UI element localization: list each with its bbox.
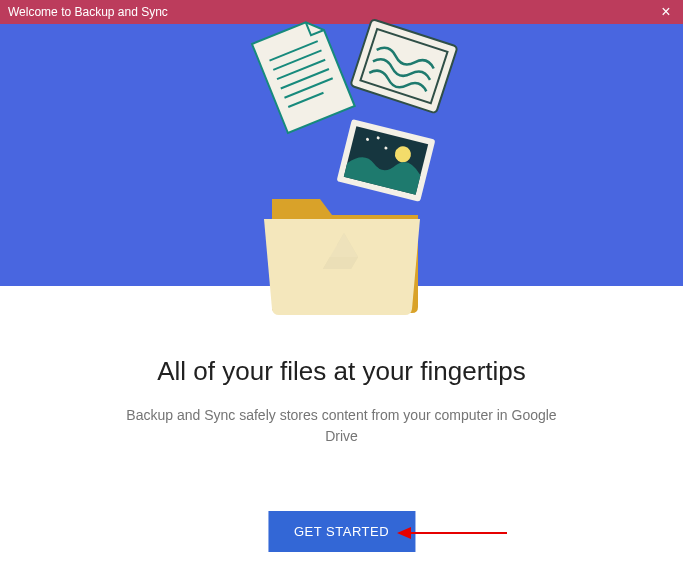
get-started-button[interactable]: GET STARTED xyxy=(268,511,415,552)
page-heading: All of your files at your fingertips xyxy=(60,356,623,387)
window-title: Welcome to Backup and Sync xyxy=(8,5,168,19)
hero-banner xyxy=(0,24,683,286)
close-icon[interactable]: × xyxy=(657,3,675,21)
page-subheading: Backup and Sync safely stores content fr… xyxy=(122,405,562,447)
hero-illustration xyxy=(212,19,472,319)
